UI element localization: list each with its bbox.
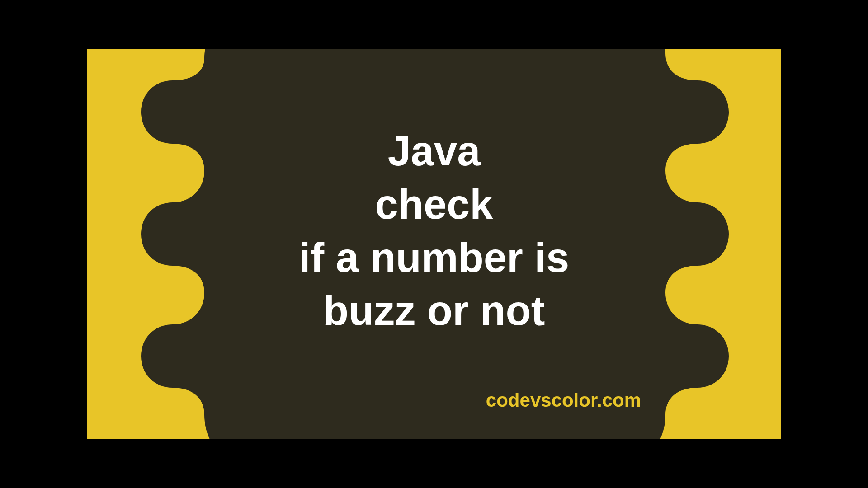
- title-text: Java check if a number is buzz or not: [122, 125, 746, 338]
- title-line-3: if a number is: [122, 231, 746, 285]
- title-line-4: buzz or not: [122, 284, 746, 338]
- title-line-2: check: [122, 178, 746, 231]
- watermark-text: codevscolor.com: [486, 389, 641, 411]
- title-line-1: Java: [122, 125, 746, 178]
- banner-card: Java check if a number is buzz or not co…: [87, 49, 781, 439]
